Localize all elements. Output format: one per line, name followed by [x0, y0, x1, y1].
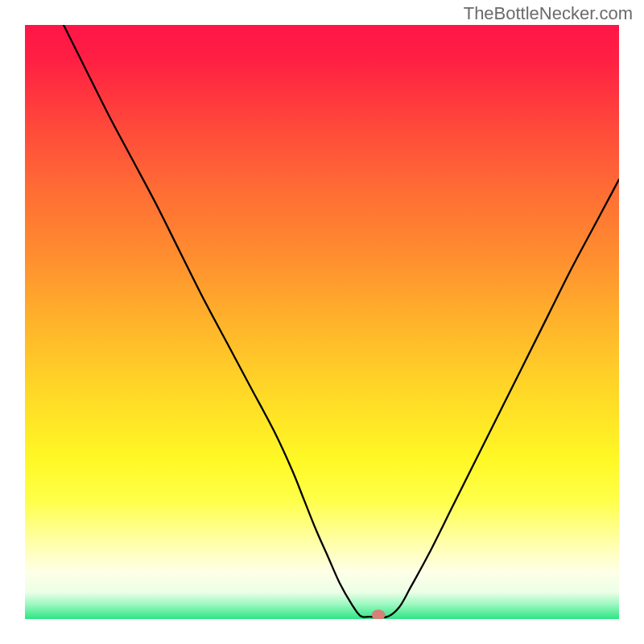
watermark-text: TheBottleNecker.com — [464, 3, 633, 24]
chart-svg — [25, 25, 619, 619]
chart-container: TheBottleNecker.com — [0, 0, 644, 644]
chart-background — [25, 25, 619, 619]
chart-plot — [25, 25, 619, 619]
